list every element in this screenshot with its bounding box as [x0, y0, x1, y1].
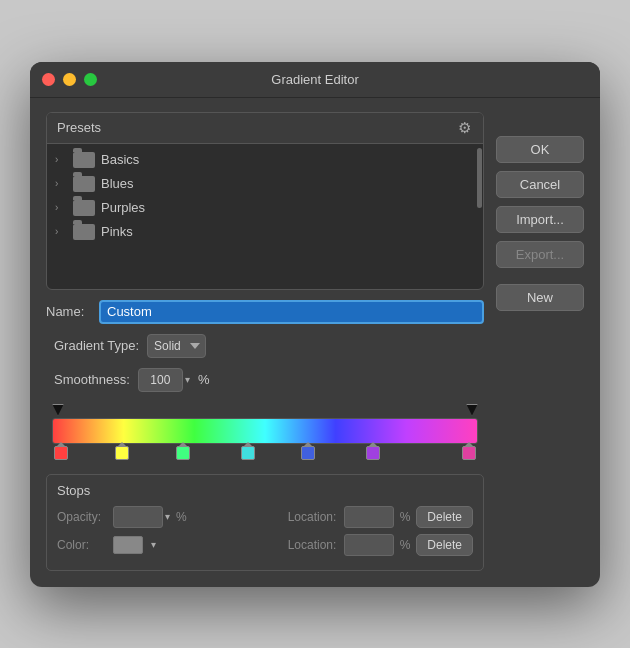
- gradient-editor-window: Gradient Editor Presets ⚙ › Basics ›: [30, 62, 600, 587]
- maximize-button[interactable]: [84, 73, 97, 86]
- list-item[interactable]: › Pinks: [47, 220, 483, 244]
- smoothness-unit: %: [198, 372, 210, 387]
- color-row: Color: ▾ Location: % Delete: [57, 534, 473, 556]
- title-bar: Gradient Editor: [30, 62, 600, 98]
- chevron-icon: ›: [55, 226, 67, 237]
- color-dropdown-icon: ▾: [151, 539, 156, 550]
- folder-icon: [73, 200, 95, 216]
- traffic-lights: [42, 73, 97, 86]
- location-label-2: Location:: [288, 538, 338, 552]
- smoothness-input[interactable]: [138, 368, 183, 392]
- name-label: Name:: [46, 304, 91, 319]
- list-item[interactable]: › Basics: [47, 148, 483, 172]
- gradient-type-select[interactable]: Solid Noise: [147, 334, 206, 358]
- opacity-control: ▾: [113, 506, 170, 528]
- color-stop[interactable]: [54, 446, 68, 460]
- chevron-icon: ›: [55, 202, 67, 213]
- preset-name: Purples: [101, 200, 145, 215]
- color-stop[interactable]: [366, 446, 380, 460]
- dropdown-arrow-icon: ▾: [185, 374, 190, 385]
- preset-name: Blues: [101, 176, 134, 191]
- color-label: Color:: [57, 538, 107, 552]
- minimize-button[interactable]: [63, 73, 76, 86]
- location-percent-2: %: [400, 538, 411, 552]
- smoothness-label: Smoothness:: [54, 372, 130, 387]
- main-content: Presets ⚙ › Basics › Blues ›: [30, 98, 600, 587]
- presets-section: Presets ⚙ › Basics › Blues ›: [46, 112, 484, 290]
- opacity-input[interactable]: [113, 506, 163, 528]
- preset-name: Basics: [101, 152, 139, 167]
- folder-icon: [73, 176, 95, 192]
- delete-button-1[interactable]: Delete: [416, 506, 473, 528]
- list-item[interactable]: › Purples: [47, 196, 483, 220]
- gear-button[interactable]: ⚙: [456, 119, 473, 137]
- close-button[interactable]: [42, 73, 55, 86]
- side-buttons: OK Cancel Import... Export... New: [496, 112, 584, 571]
- gradient-type-label: Gradient Type:: [54, 338, 139, 353]
- location-input-2[interactable]: [344, 534, 394, 556]
- presets-label: Presets: [57, 120, 101, 135]
- name-row: Name:: [46, 300, 484, 324]
- folder-icon: [73, 152, 95, 168]
- presets-header: Presets ⚙: [47, 113, 483, 144]
- color-stop[interactable]: [241, 446, 255, 460]
- opacity-stops-row: [48, 402, 482, 418]
- new-button[interactable]: New: [496, 284, 584, 311]
- name-input[interactable]: [99, 300, 484, 324]
- preset-name: Pinks: [101, 224, 133, 239]
- opacity-percent: %: [176, 510, 187, 524]
- opacity-stop-right[interactable]: [466, 404, 478, 416]
- list-item[interactable]: › Blues: [47, 172, 483, 196]
- stops-title: Stops: [57, 483, 473, 498]
- main-panel: Presets ⚙ › Basics › Blues ›: [46, 112, 484, 571]
- color-stop[interactable]: [115, 446, 129, 460]
- window-title: Gradient Editor: [271, 72, 358, 87]
- opacity-label: Opacity:: [57, 510, 107, 524]
- color-stop[interactable]: [462, 446, 476, 460]
- delete-button-2[interactable]: Delete: [416, 534, 473, 556]
- gradient-type-row: Gradient Type: Solid Noise: [46, 334, 484, 358]
- import-button[interactable]: Import...: [496, 206, 584, 233]
- color-swatch[interactable]: [113, 536, 143, 554]
- location-percent-1: %: [400, 510, 411, 524]
- color-stop[interactable]: [176, 446, 190, 460]
- opacity-stop-left[interactable]: [52, 404, 64, 416]
- ok-button[interactable]: OK: [496, 136, 584, 163]
- opacity-row: Opacity: ▾ % Location: % Delete: [57, 506, 473, 528]
- location-label-1: Location:: [288, 510, 338, 524]
- chevron-icon: ›: [55, 178, 67, 189]
- scrollbar-thumb[interactable]: [477, 148, 482, 208]
- smoothness-control: ▾: [138, 368, 190, 392]
- presets-list[interactable]: › Basics › Blues › Purples: [47, 144, 483, 289]
- folder-icon: [73, 224, 95, 240]
- gradient-section: [46, 402, 484, 464]
- export-button[interactable]: Export...: [496, 241, 584, 268]
- dropdown-arrow-icon: ▾: [165, 511, 170, 522]
- location-input-1[interactable]: [344, 506, 394, 528]
- smoothness-row: Smoothness: ▾ %: [46, 368, 484, 392]
- chevron-icon: ›: [55, 154, 67, 165]
- stops-section: Stops Opacity: ▾ % Location: % Delete: [46, 474, 484, 571]
- gradient-bar[interactable]: [52, 418, 478, 444]
- color-stop[interactable]: [301, 446, 315, 460]
- cancel-button[interactable]: Cancel: [496, 171, 584, 198]
- color-stops-row: [48, 446, 482, 464]
